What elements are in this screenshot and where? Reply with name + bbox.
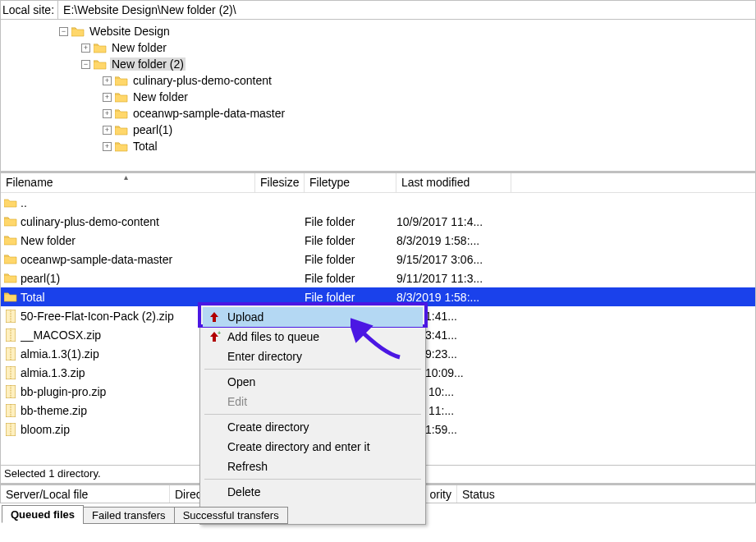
tree-item[interactable]: +oceanwp-sample-data-master <box>1 105 755 122</box>
context-menu: Upload+Add files to queueEnter directory… <box>199 304 426 525</box>
file-row[interactable]: .. <box>1 193 755 212</box>
local-site-path-input[interactable] <box>57 1 755 19</box>
folder-icon <box>4 234 17 247</box>
zip-icon <box>4 328 17 342</box>
file-type: File folder <box>305 272 396 285</box>
zip-icon <box>4 310 17 323</box>
tree-item-label: oceanwp-sample-data-master <box>131 107 286 120</box>
tree-item-label: pearl(1) <box>131 123 174 136</box>
collapse-icon[interactable]: − <box>59 27 68 36</box>
folder-icon <box>4 291 17 304</box>
folder-icon <box>94 59 107 70</box>
menu-item-label: Add files to queue <box>227 330 319 343</box>
file-row[interactable]: pearl(1)File folder9/11/2017 11:3... <box>1 269 755 287</box>
menu-item-label: Refresh <box>227 460 268 473</box>
zip-icon <box>4 423 17 436</box>
expand-icon[interactable]: + <box>103 109 112 118</box>
folder-icon <box>71 26 85 37</box>
folder-icon <box>4 272 17 285</box>
tab-successful-transfers[interactable]: Successful transfers <box>174 507 288 524</box>
menu-item-edit: Edit <box>203 392 423 411</box>
file-list-pane: ▴ Filename Filesize Filetype Last modifi… <box>0 172 756 466</box>
parent-folder-icon <box>4 196 17 209</box>
expand-icon[interactable]: + <box>103 76 112 85</box>
tree-item[interactable]: +culinary-plus-demo-content <box>1 72 755 89</box>
tree-item-label: Website Design <box>88 25 172 38</box>
file-name: .. <box>21 196 255 209</box>
local-site-label: Local site: <box>1 3 57 16</box>
menu-item-create-directory-and-enter-it[interactable]: Create directory and enter it <box>203 437 423 457</box>
tree-item[interactable]: −New folder (2) <box>1 56 755 72</box>
column-filesize[interactable]: Filesize <box>255 173 305 192</box>
menu-item-label: Enter directory <box>227 350 302 363</box>
tree-item[interactable]: +New folder <box>1 89 755 105</box>
tree-item[interactable]: +Total <box>1 138 755 154</box>
menu-separator <box>204 479 421 480</box>
add-to-queue-icon: + <box>208 330 221 343</box>
expand-icon[interactable]: + <box>103 126 112 135</box>
collapse-icon[interactable]: − <box>81 60 90 69</box>
menu-item-create-directory[interactable]: Create directory <box>203 417 423 437</box>
upload-icon <box>208 310 221 324</box>
file-modified: 9/15/2017 3:06... <box>396 253 511 266</box>
folder-icon <box>115 125 128 136</box>
local-site-bar: Local site: <box>0 0 756 20</box>
tree-item-label: New folder <box>110 41 168 54</box>
sort-indicator-icon: ▴ <box>124 172 128 181</box>
folder-icon <box>94 43 107 53</box>
menu-item-enter-directory[interactable]: Enter directory <box>203 347 423 366</box>
file-row[interactable]: oceanwp-sample-data-masterFile folder9/1… <box>1 250 755 269</box>
folder-icon <box>115 108 128 119</box>
column-filetype[interactable]: Filetype <box>305 173 396 192</box>
file-row[interactable]: culinary-plus-demo-contentFile folder10/… <box>1 212 755 231</box>
file-name: oceanwp-sample-data-master <box>21 253 255 266</box>
file-modified: 8/3/2019 1:58:... <box>396 291 511 304</box>
column-last-modified[interactable]: Last modified <box>396 173 511 192</box>
tree-item[interactable]: +New folder <box>1 39 755 56</box>
tree-item-label: culinary-plus-demo-content <box>131 74 273 87</box>
menu-separator <box>204 369 421 370</box>
file-list-header[interactable]: Filename Filesize Filetype Last modified <box>1 173 755 193</box>
column-filename[interactable]: Filename <box>1 173 255 192</box>
folder-icon <box>115 92 128 103</box>
menu-item-label: Delete <box>227 485 260 498</box>
menu-item-label: Create directory and enter it <box>227 440 370 453</box>
folder-icon <box>4 253 17 266</box>
tree-item[interactable]: +pearl(1) <box>1 122 755 138</box>
folder-icon <box>115 141 128 152</box>
tree-item-label: New folder <box>131 90 190 103</box>
tq-col-status[interactable]: Status <box>457 485 523 503</box>
expand-icon[interactable]: + <box>103 93 112 102</box>
file-row[interactable]: New folderFile folder8/3/2019 1:58:... <box>1 231 755 250</box>
file-modified: 9/11/2017 11:3... <box>396 272 511 285</box>
menu-item-label: Create directory <box>227 420 309 434</box>
zip-icon <box>4 347 17 361</box>
tree-item[interactable]: −Website Design <box>1 23 755 39</box>
menu-item-label: Open <box>227 375 255 388</box>
file-modified: 8/3/2019 1:58:... <box>396 234 511 247</box>
expand-icon[interactable]: + <box>81 44 90 53</box>
menu-item-upload[interactable]: Upload <box>203 307 423 327</box>
file-type: File folder <box>305 215 396 228</box>
tq-col-server[interactable]: Server/Local file <box>1 485 170 503</box>
file-name: pearl(1) <box>21 272 255 285</box>
menu-item-open[interactable]: Open <box>203 372 423 392</box>
menu-item-refresh[interactable]: Refresh <box>203 457 423 476</box>
svg-text:+: + <box>218 330 221 336</box>
menu-separator <box>204 414 421 415</box>
zip-icon <box>4 404 17 417</box>
file-type: File folder <box>305 253 396 266</box>
tab-queued-files[interactable]: Queued files <box>2 505 84 523</box>
menu-item-add-files-to-queue[interactable]: +Add files to queue <box>203 327 423 347</box>
folder-icon <box>115 76 128 86</box>
tab-failed-transfers[interactable]: Failed transfers <box>83 507 175 524</box>
file-type: File folder <box>305 291 396 304</box>
zip-icon <box>4 385 17 398</box>
file-name: Total <box>21 291 255 304</box>
expand-icon[interactable]: + <box>103 142 112 151</box>
folder-tree[interactable]: −Website Design+New folder−New folder (2… <box>0 20 756 172</box>
menu-item-label: Upload <box>227 310 263 324</box>
menu-item-delete[interactable]: Delete <box>203 482 423 502</box>
tree-item-label: New folder (2) <box>110 57 186 71</box>
file-name: culinary-plus-demo-content <box>21 215 255 228</box>
